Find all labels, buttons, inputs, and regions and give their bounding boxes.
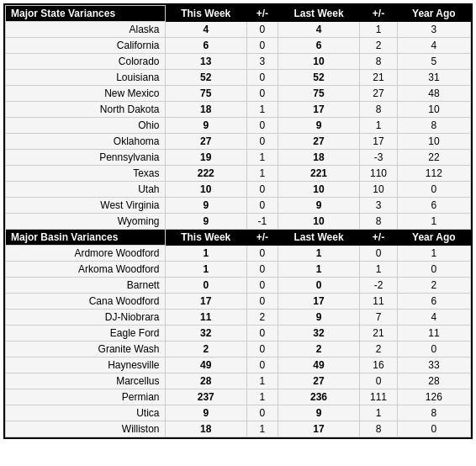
table-row: Colorado1331085 bbox=[6, 54, 471, 70]
row-value-2: 49 bbox=[278, 357, 359, 373]
row-value-4: 6 bbox=[397, 294, 470, 310]
row-value-2: 18 bbox=[278, 150, 359, 166]
row-value-0: 32 bbox=[165, 326, 246, 342]
row-name: Granite Wash bbox=[6, 342, 166, 357]
row-value-0: 4 bbox=[165, 22, 246, 38]
row-value-1: 0 bbox=[246, 70, 278, 86]
row-value-4: 2 bbox=[397, 278, 470, 294]
table-row: Haynesville490491633 bbox=[6, 357, 471, 373]
row-value-0: 237 bbox=[165, 389, 246, 405]
table-row: DJ-Niobrara112974 bbox=[6, 310, 471, 326]
col-header-3: +/- bbox=[360, 230, 398, 246]
row-value-1: 1 bbox=[246, 389, 278, 405]
row-name: Barnett bbox=[6, 278, 166, 294]
col-header-4: Year Ago bbox=[397, 6, 470, 22]
row-value-1: 0 bbox=[246, 357, 278, 373]
main-container: Major State VariancesThis Week+/-Last We… bbox=[3, 3, 473, 439]
row-value-0: 18 bbox=[165, 421, 246, 437]
row-value-2: 17 bbox=[278, 421, 359, 437]
table-row: Utah10010100 bbox=[6, 182, 471, 198]
row-value-1: 1 bbox=[246, 166, 278, 182]
col-header-4: Year Ago bbox=[397, 230, 470, 246]
row-value-0: 18 bbox=[165, 102, 246, 118]
row-value-3: 10 bbox=[360, 182, 398, 198]
row-value-3: 0 bbox=[360, 246, 398, 262]
row-value-4: 4 bbox=[397, 38, 470, 54]
row-value-1: 0 bbox=[246, 342, 278, 357]
row-value-3: 7 bbox=[360, 310, 398, 326]
table-row: Barnett000-22 bbox=[6, 278, 471, 294]
row-value-3: 111 bbox=[360, 389, 398, 405]
row-value-3: 8 bbox=[360, 102, 398, 118]
row-value-2: 17 bbox=[278, 102, 359, 118]
table-row: Permian2371236111126 bbox=[6, 389, 471, 405]
row-name: Ardmore Woodford bbox=[6, 246, 166, 262]
table-row: Utica90918 bbox=[6, 405, 471, 421]
row-value-2: 9 bbox=[278, 198, 359, 214]
row-value-4: 33 bbox=[397, 357, 470, 373]
table-row: Alaska40413 bbox=[6, 22, 471, 38]
row-value-1: 0 bbox=[246, 405, 278, 421]
row-value-2: 17 bbox=[278, 294, 359, 310]
row-value-4: 0 bbox=[397, 182, 470, 198]
row-value-3: 1 bbox=[360, 262, 398, 278]
row-value-3: 3 bbox=[360, 198, 398, 214]
table-row: New Mexico750752748 bbox=[6, 86, 471, 102]
table-row: West Virginia90936 bbox=[6, 198, 471, 214]
row-value-2: 10 bbox=[278, 182, 359, 198]
row-value-3: 17 bbox=[360, 134, 398, 150]
row-value-1: 0 bbox=[246, 294, 278, 310]
row-value-4: 0 bbox=[397, 342, 470, 357]
col-header-1: +/- bbox=[246, 6, 278, 22]
row-value-1: -1 bbox=[246, 214, 278, 230]
col-header-0: This Week bbox=[165, 6, 246, 22]
row-value-4: 22 bbox=[397, 150, 470, 166]
row-value-2: 52 bbox=[278, 70, 359, 86]
row-value-2: 2 bbox=[278, 342, 359, 357]
row-name: Cana Woodford bbox=[6, 294, 166, 310]
row-value-2: 32 bbox=[278, 326, 359, 342]
row-value-3: -2 bbox=[360, 278, 398, 294]
row-name: Eagle Ford bbox=[6, 326, 166, 342]
row-value-2: 9 bbox=[278, 310, 359, 326]
row-value-4: 11 bbox=[397, 326, 470, 342]
row-value-3: 27 bbox=[360, 86, 398, 102]
table-row: North Dakota18117810 bbox=[6, 102, 471, 118]
row-value-0: 9 bbox=[165, 214, 246, 230]
row-value-1: 0 bbox=[246, 198, 278, 214]
row-value-1: 0 bbox=[246, 118, 278, 134]
row-name: Permian bbox=[6, 389, 166, 405]
row-value-2: 9 bbox=[278, 118, 359, 134]
row-name: Oklahoma bbox=[6, 134, 166, 150]
row-value-2: 236 bbox=[278, 389, 359, 405]
row-value-4: 1 bbox=[397, 214, 470, 230]
row-value-4: 10 bbox=[397, 102, 470, 118]
row-value-3: 8 bbox=[360, 421, 398, 437]
row-name: Louisiana bbox=[6, 70, 166, 86]
row-value-3: 0 bbox=[360, 373, 398, 389]
row-name: North Dakota bbox=[6, 102, 166, 118]
row-value-2: 1 bbox=[278, 262, 359, 278]
row-value-1: 2 bbox=[246, 310, 278, 326]
row-value-4: 126 bbox=[397, 389, 470, 405]
row-name: Wyoming bbox=[6, 214, 166, 230]
row-value-4: 0 bbox=[397, 421, 470, 437]
table-row: Texas2221221110112 bbox=[6, 166, 471, 182]
row-value-2: 10 bbox=[278, 214, 359, 230]
row-value-2: 6 bbox=[278, 38, 359, 54]
col-header-3: +/- bbox=[360, 6, 398, 22]
row-value-4: 28 bbox=[397, 373, 470, 389]
row-value-0: 27 bbox=[165, 134, 246, 150]
row-value-3: 8 bbox=[360, 214, 398, 230]
section-header-row: Major Basin VariancesThis Week+/-Last We… bbox=[6, 230, 471, 246]
row-value-3: 21 bbox=[360, 326, 398, 342]
row-value-3: 1 bbox=[360, 405, 398, 421]
row-value-4: 0 bbox=[397, 262, 470, 278]
row-name: California bbox=[6, 38, 166, 54]
row-name: Utica bbox=[6, 405, 166, 421]
row-value-3: 2 bbox=[360, 38, 398, 54]
row-value-0: 9 bbox=[165, 118, 246, 134]
row-value-2: 27 bbox=[278, 373, 359, 389]
row-value-0: 222 bbox=[165, 166, 246, 182]
row-value-1: 0 bbox=[246, 182, 278, 198]
